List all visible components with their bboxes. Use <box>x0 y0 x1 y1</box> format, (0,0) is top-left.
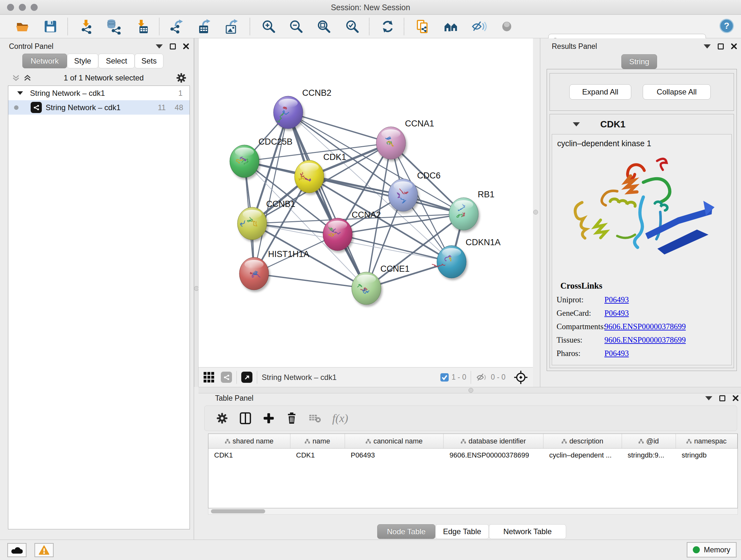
left-splitter-handle[interactable] <box>194 286 199 291</box>
save-session-icon[interactable] <box>43 18 58 35</box>
network-edge[interactable] <box>288 112 366 288</box>
network-options-gear-icon[interactable] <box>176 72 187 83</box>
status-bar: Memory <box>0 540 741 560</box>
network-node[interactable]: CCNE1 <box>352 264 410 305</box>
network-node[interactable]: CCNA2 <box>323 210 381 251</box>
crosslink-link[interactable]: P06493 <box>604 295 629 304</box>
help-icon[interactable]: ? <box>719 18 735 34</box>
network-edge[interactable] <box>309 177 464 214</box>
crosslink-link[interactable]: 9606.ENSP00000378699 <box>604 335 686 345</box>
tab-node-table[interactable]: Node Table <box>377 524 435 539</box>
crosslink-link[interactable]: P06493 <box>604 309 629 318</box>
first-neighbors-icon[interactable] <box>443 18 459 35</box>
crosslink-link[interactable]: 9606.ENSP00000378699 <box>604 322 686 331</box>
selected-checkbox-icon[interactable] <box>440 373 449 382</box>
string-view-icon[interactable] <box>221 372 232 383</box>
tab-sets[interactable]: Sets <box>135 54 163 68</box>
float-panel-icon[interactable] <box>156 44 163 49</box>
export-table-icon[interactable] <box>196 18 212 35</box>
tab-style[interactable]: Style <box>67 54 98 68</box>
maximize-panel-icon[interactable] <box>170 44 176 50</box>
zoom-fit-content-icon[interactable] <box>316 18 332 35</box>
entry-collapse-icon[interactable] <box>573 122 580 126</box>
column-header-shared-name[interactable]: shared name <box>208 434 290 448</box>
table-row[interactable]: CDK1CDK1P064939606.ENSP00000378699cyclin… <box>208 449 738 462</box>
zoom-in-icon[interactable] <box>261 18 277 35</box>
network-node[interactable]: CDC25B <box>230 137 293 178</box>
network-node[interactable]: HIST1H1A <box>239 249 309 290</box>
tab-select[interactable]: Select <box>98 54 135 68</box>
zoom-out-icon[interactable] <box>288 18 304 35</box>
tab-string-results[interactable]: String <box>621 54 657 69</box>
network-collection-row[interactable]: String Network – cdk1 1 <box>8 86 190 100</box>
delete-column-icon[interactable] <box>286 412 298 424</box>
horizontal-splitter[interactable] <box>199 387 741 393</box>
network-node[interactable]: CCNB1 <box>238 199 295 240</box>
network-node[interactable]: CCNA1 <box>376 119 434 159</box>
right-splitter-handle[interactable] <box>533 210 538 214</box>
network-edge[interactable] <box>254 273 366 288</box>
tab-edge-table[interactable]: Edge Table <box>435 524 489 539</box>
crosshair-icon[interactable] <box>514 370 528 384</box>
clone-network-icon[interactable] <box>414 18 430 35</box>
warning-status-button[interactable] <box>35 543 54 557</box>
left-splitter[interactable] <box>194 38 199 387</box>
expand-all-icon[interactable] <box>23 74 31 82</box>
close-panel-icon[interactable] <box>731 43 737 50</box>
network-view-title: String Network – cdk1 <box>262 373 337 382</box>
column-header--id[interactable]: @id <box>622 434 676 448</box>
network-edge[interactable] <box>288 112 391 143</box>
network-node[interactable]: RB1 <box>449 190 495 230</box>
tab-network-table[interactable]: Network Table <box>489 524 566 539</box>
export-network-icon[interactable] <box>169 18 185 35</box>
maximize-panel-icon[interactable] <box>718 44 724 50</box>
refresh-network-icon[interactable] <box>380 18 396 35</box>
import-table-from-file-icon[interactable] <box>134 18 150 35</box>
column-header-database-identifier[interactable]: database identifier <box>444 434 543 448</box>
create-column-icon[interactable] <box>263 412 275 424</box>
birds-eye-view-icon[interactable] <box>241 372 253 383</box>
open-session-icon[interactable] <box>14 18 30 35</box>
toolbar-separator <box>471 371 471 384</box>
close-panel-icon[interactable] <box>732 395 739 401</box>
collapse-all-icon[interactable] <box>12 74 20 82</box>
memory-button[interactable]: Memory <box>687 542 737 557</box>
column-header-description[interactable]: description <box>543 434 622 448</box>
scrollbar-thumb[interactable] <box>211 509 265 513</box>
horizontal-splitter-handle[interactable] <box>468 388 473 393</box>
float-panel-icon[interactable] <box>704 44 711 49</box>
export-image-icon[interactable] <box>223 18 239 35</box>
import-network-from-file-icon[interactable] <box>79 18 95 35</box>
zoom-selected-icon[interactable] <box>344 18 360 35</box>
network-graph[interactable]: CCNB2CCNA1CDC25BCDK1CDC6RB1CCNB1CCNA2CDK… <box>199 38 533 367</box>
column-header-canonical-name[interactable]: canonical name <box>345 434 444 448</box>
node-gloss-highlight <box>442 248 461 257</box>
table-body: CDK1CDK1P064939606.ENSP00000378699cyclin… <box>208 449 738 462</box>
expand-all-button[interactable]: Expand All <box>569 84 631 100</box>
close-panel-icon[interactable] <box>183 43 189 50</box>
table-panel-title: Table Panel <box>215 394 253 402</box>
collection-expand-icon[interactable] <box>17 91 23 95</box>
collapse-all-button[interactable]: Collapse All <box>643 84 711 100</box>
node-gloss-highlight <box>243 210 262 219</box>
tab-network[interactable]: Network <box>22 54 67 68</box>
cloud-status-button[interactable] <box>7 543 26 557</box>
column-header-namespac[interactable]: namespac <box>676 434 738 448</box>
crosslink-link[interactable]: P06493 <box>604 349 629 358</box>
network-row[interactable]: String Network – cdk1 11 48 <box>8 100 190 115</box>
import-network-from-database-icon[interactable] <box>106 18 122 35</box>
show-all-icon[interactable] <box>499 18 515 35</box>
maximize-panel-icon[interactable] <box>719 395 725 401</box>
column-header-name[interactable]: name <box>290 434 345 448</box>
table-horizontal-scrollbar[interactable] <box>208 508 738 515</box>
table-cell: stringdb <box>676 451 738 459</box>
hide-selected-icon[interactable] <box>471 18 487 35</box>
float-panel-icon[interactable] <box>705 396 712 400</box>
network-node[interactable]: CDC6 <box>388 171 441 211</box>
table-options-gear-icon[interactable] <box>216 412 228 424</box>
network-canvas[interactable]: CCNB2CCNA1CDC25BCDK1CDC6RB1CCNB1CCNA2CDK… <box>199 38 533 367</box>
grid-view-icon[interactable] <box>203 371 215 383</box>
hidden-node-edge-count: 0 - 0 <box>491 373 506 381</box>
node-label: CCNA2 <box>352 210 381 220</box>
show-columns-icon[interactable] <box>239 412 252 425</box>
